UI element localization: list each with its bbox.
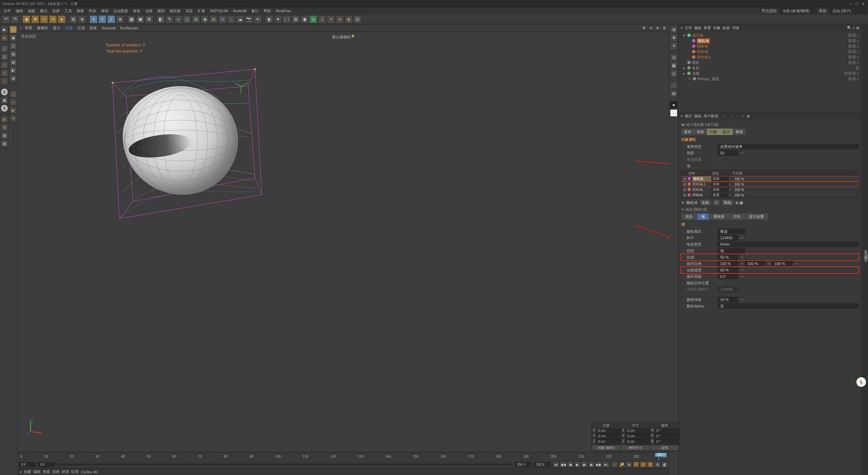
object-mode-icon[interactable]: ◫ [1,45,8,52]
generator-icon[interactable]: ▱ [174,15,182,23]
deformer-icon[interactable]: ⊟ [218,15,226,23]
mat-create[interactable]: 创建 [24,469,31,474]
vp-options[interactable]: 选项 [63,25,74,31]
subdivision-icon[interactable]: ◫ [183,15,191,23]
menu-mode[interactable]: 模式 [38,8,50,14]
poly-tool1-icon[interactable]: ◫ [9,26,17,33]
playhead-frame[interactable]: 249 F [655,453,667,457]
coord-size-dropdown[interactable]: 绝对尺寸 [622,445,649,450]
close-icon[interactable]: ✕ [860,2,866,6]
cloner-icon[interactable]: ⁂ [210,15,218,23]
tool7-icon[interactable]: J [318,15,326,23]
mat-view[interactable]: 查看 [43,469,50,474]
environment-icon[interactable]: ☁ [236,15,244,23]
tree-row[interactable]: 随机✓ [680,60,859,65]
color-shift-input[interactable]: 10 % [718,297,738,302]
workplane1-icon[interactable]: ◐ [1,115,8,123]
menu-simulate[interactable]: 模拟 [155,8,167,14]
tree-row[interactable]: ▾域力场✓ [680,33,859,38]
field-list[interactable]: 名称混合可见度 ☑随机域添加▾100 %☑径向域.1添加▾100 %☑径向域添加… [681,170,859,198]
camera-icon[interactable]: 📷 [245,15,253,23]
tree-row[interactable]: 径向域✓ [680,49,859,54]
point-mode-icon[interactable]: ◫ [1,61,8,69]
anim-speed-input[interactable]: 50 % [718,267,738,273]
om-edit[interactable]: 编辑 [694,25,702,31]
menu-volume[interactable]: 体积 [99,8,111,14]
tool4-icon[interactable]: ⊞ [292,15,300,23]
mass-checkbox[interactable] [718,157,722,162]
tool1-icon[interactable]: ◐ [265,15,273,23]
sel-tool2-icon[interactable]: □ [9,98,17,106]
menu-extensions[interactable]: 扩展 [196,8,207,14]
tool8-icon[interactable]: ✦ [327,15,335,23]
am-nav-icons[interactable]: ← → ↑ ⌂ ⊞ [723,114,750,118]
instance-icon[interactable]: ◉ [201,15,209,23]
frame-end-input[interactable]: 250 F [515,462,532,467]
chip-limit[interactable]: 限制 [722,200,733,205]
workplane4-icon[interactable]: ▥ [1,140,8,147]
tab-coord[interactable]: 坐标 [694,129,707,135]
undo-button[interactable]: ↶ [2,15,10,23]
field-row[interactable]: ☑径向域.1添加▾100 % [682,182,858,187]
vp-cameras[interactable]: 摄像机 [35,25,50,31]
subtab-blend[interactable]: 混合 [681,213,697,220]
menu-redshift[interactable]: Redshift [231,8,249,13]
play-button[interactable]: ▶ [581,461,588,468]
snap2-icon[interactable]: ▦ [1,96,8,104]
frame-start-display[interactable]: 0 F [19,462,36,467]
am-mode[interactable]: 模式 [685,114,692,119]
tool5-icon[interactable]: ◉ [300,15,309,23]
poly-tool2-icon[interactable]: ▦ [9,34,17,41]
scale-input[interactable]: 50 % [718,254,738,260]
random-mode-dropdown[interactable]: 噪波 [718,229,745,234]
menu-tools[interactable]: 工具 [62,8,74,14]
relscale-x[interactable]: 100 % [718,261,738,266]
nav-icons[interactable]: ✥ ⟲ ⊕ ⊞ [643,26,667,30]
strength-input[interactable]: 50 [718,150,738,156]
tree-row[interactable]: ▸克隆✓ [680,71,859,76]
render-region-button[interactable]: ▣ [136,15,144,23]
layout-dropdown[interactable]: 启动 (用户) [829,8,867,14]
side6-icon[interactable]: ◫ [670,70,677,77]
pen-tool-icon[interactable]: ✎ [165,15,174,23]
tool10-icon[interactable]: ◉ [344,15,353,23]
tab-basic[interactable]: 基本 [681,129,694,135]
poly-tool3-icon[interactable]: ◫ [9,42,17,50]
prev-frame-button[interactable]: ◀ [567,461,574,468]
field-row[interactable]: ☑随机域添加▾100 % [682,176,858,182]
menu-window[interactable]: 窗口 [249,8,261,14]
menu-insydium[interactable]: INSYDIUM [208,8,230,13]
chip-extra-icon[interactable]: ⊞ ▦ [735,201,743,205]
side3-icon[interactable]: ✦ [670,42,677,50]
keymode4-icon[interactable]: A [654,461,661,468]
side8-icon[interactable]: ▤ [670,90,677,97]
axis-mode-icon[interactable]: ◫ [1,53,8,60]
om-objects[interactable]: 对象 [713,25,721,31]
dock-tabs[interactable]: 对象 · 场次 · 内容浏览器 · 构造 [861,24,868,475]
menu-render[interactable]: 渲染 [183,8,195,14]
render-view-button[interactable]: ▦ [127,15,136,23]
mat-edit[interactable]: 编辑 [33,469,41,474]
om-bookmarks[interactable]: 书签 [732,25,739,31]
tab-display[interactable]: 显示 [720,129,733,135]
next-frame-button[interactable]: ▶ [588,461,595,468]
l-mode-icon[interactable]: L [1,77,8,85]
goto-end-button[interactable]: ⏭ [603,461,609,468]
color-alpha-dropdown[interactable]: 无 [718,303,859,309]
om-search-icon[interactable]: 🔍 ⌂ ⊞ [847,26,859,30]
relscale-z[interactable]: 100 % [772,261,792,266]
render-settings-button[interactable]: ⚙ [145,15,153,23]
frame-start-input[interactable]: 0 F [38,462,55,467]
mat-cycles[interactable]: Cycles 4D [81,470,98,474]
vp-prorender[interactable]: ProRender [119,26,140,31]
menu-character[interactable]: 角色 [131,8,142,14]
tab-object[interactable]: 对象 [707,129,720,135]
cube-primitive-icon[interactable]: ◧ [157,15,165,23]
sel-tool1-icon[interactable]: ◯ [9,90,17,98]
vp-filter[interactable]: 过滤 [76,25,86,31]
autokey-button[interactable]: 🔑 [618,461,625,468]
subtab-displayset[interactable]: 显示设置 [745,213,768,220]
tree-row[interactable]: 球体域✓ [680,43,859,49]
seed-input[interactable]: 123456 [718,235,738,241]
texture-mode-icon[interactable]: ◉ [1,34,8,41]
